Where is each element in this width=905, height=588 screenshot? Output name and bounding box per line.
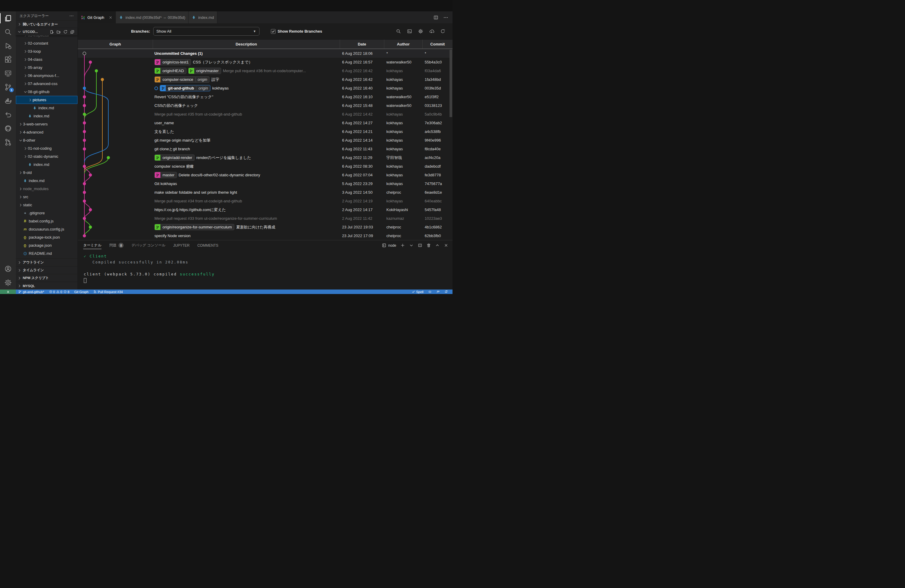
bell-icon[interactable] xyxy=(442,289,450,294)
editor-tab-1[interactable]: index.md (003fe35d^ ⇔ 003fe35d) xyxy=(116,11,189,23)
status-problems[interactable]: 0 0 8 xyxy=(47,289,72,294)
commit-row-f03a4da6[interactable]: origin/HEADorigin/masterMerge pull reque… xyxy=(78,67,452,75)
show-remote-branches-checkbox[interactable]: Show Remote Branches xyxy=(271,29,322,34)
tree-item-readme.md[interactable]: README.md xyxy=(16,250,78,257)
chevron-down-icon[interactable] xyxy=(409,243,414,248)
branch-badge-origin/HEAD[interactable]: origin/HEAD xyxy=(154,68,186,74)
close-icon[interactable] xyxy=(444,243,448,248)
copilot-icon[interactable] xyxy=(426,289,434,294)
sidebar-section-0[interactable]: アウトライン xyxy=(16,258,78,266)
commit-row-5a0c9b4b[interactable]: Merge pull request #35 from ut-code/git-… xyxy=(78,110,452,119)
sidebar-section-1[interactable]: タイムライン xyxy=(16,266,78,274)
trash-icon[interactable] xyxy=(427,243,431,248)
workspace-section-header[interactable]: UTCOD... xyxy=(16,28,78,35)
sidebar-section-3[interactable]: MYSQL xyxy=(16,282,78,289)
remote-indicator[interactable] xyxy=(0,289,16,294)
tree-item-02-static-dynamic[interactable]: 02-static-dynamic xyxy=(16,153,78,161)
column-header-author[interactable]: Author xyxy=(384,40,422,49)
plus-icon[interactable] xyxy=(400,243,405,248)
split-editor-icon[interactable] xyxy=(433,15,438,20)
panel-tab-4[interactable]: COMMENTS xyxy=(197,240,218,250)
undo-extension-icon[interactable] xyxy=(0,108,16,122)
status-branch[interactable]: git-and-github* xyxy=(16,289,47,294)
tree-item-babel.config.js[interactable]: Bbabel.config.js xyxy=(16,217,78,225)
search-icon[interactable] xyxy=(396,29,401,34)
branch-badge-origin/master[interactable]: origin/master xyxy=(188,68,221,74)
accounts-icon[interactable] xyxy=(0,262,16,276)
commit-row-62bb3fb0[interactable]: specify Node version23 Jul 2022 17:09che… xyxy=(78,231,452,240)
feedback-icon[interactable] xyxy=(434,289,442,294)
tree-item-nodemodules[interactable]: node_modules xyxy=(16,185,78,193)
column-header-commit[interactable]: Commit xyxy=(422,40,452,49)
new-folder-icon[interactable] xyxy=(56,30,61,34)
tree-item-08-git-github[interactable]: 08-git-github xyxy=(16,88,78,96)
commit-row-10223ae3[interactable]: Merge pull request #33 from ut-code/reor… xyxy=(78,214,452,223)
search-icon[interactable] xyxy=(0,25,16,39)
pull-request-icon[interactable] xyxy=(0,135,16,149)
commit-row-7475677a[interactable]: Git kokhayas5 Aug 2022 23:29kokhayas7475… xyxy=(78,180,452,188)
split-icon[interactable] xyxy=(418,243,422,248)
tree-item-03-loop[interactable]: 03-loop xyxy=(16,47,78,56)
collapse-all-icon[interactable] xyxy=(70,30,75,34)
ellipsis-icon[interactable] xyxy=(443,15,448,20)
commit-row-a4c538fb[interactable]: 文を直した6 Aug 2022 14:21kokhayasa4c538fb xyxy=(78,127,452,136)
extensions-icon[interactable] xyxy=(0,53,16,67)
tree-item-02-constant[interactable]: 02-constant xyxy=(16,39,78,47)
branch-badge-computer-science[interactable]: computer-scienceorigin xyxy=(154,76,210,83)
editor-tab-2[interactable]: index.md xyxy=(189,11,217,23)
close-icon[interactable] xyxy=(109,16,113,19)
status-pull-request[interactable]: Pull Request #34 xyxy=(91,289,125,294)
panel-tab-1[interactable]: 問題8 xyxy=(109,240,124,250)
commit-row-7e306ab2[interactable]: user_name6 Aug 2022 14:27kokhayas7e306ab… xyxy=(78,119,452,127)
commit-row-9f40e996[interactable]: git merge origin mainなどを加筆6 Aug 2022 14:… xyxy=(78,136,452,145)
run-debug-icon[interactable] xyxy=(0,39,16,53)
tree-item-.gitignore[interactable]: .gitignore xyxy=(16,209,78,217)
explorer-icon[interactable] xyxy=(0,11,16,25)
panel-tab-3[interactable]: JUPYTER xyxy=(173,240,190,250)
commit-row-55b4a3c0[interactable]: origin/css-test1CSS（フレックスボックスまで）6 Aug 20… xyxy=(78,58,452,67)
terminal-output[interactable]: ✓ ClientCompiled successfully in 202.08m… xyxy=(78,250,452,289)
tree-item-static[interactable]: static xyxy=(16,201,78,209)
panel-tab-0[interactable]: ターミナル xyxy=(83,240,102,250)
new-file-icon[interactable] xyxy=(49,30,54,34)
tree-item-06-anonymous-f...[interactable]: 06-anonymous-f... xyxy=(16,72,78,79)
tree-item-index.md[interactable]: index.md xyxy=(16,112,78,120)
tree-item-04-class[interactable]: 04-class xyxy=(16,56,78,64)
tree-item-05-array[interactable]: 05-array xyxy=(16,64,78,72)
tree-item-docusaurus.config.js[interactable]: JSdocusaurus.config.js xyxy=(16,225,78,233)
source-control-icon[interactable]: 1 xyxy=(0,80,16,94)
open-editors-section[interactable]: 開いているエディター xyxy=(16,21,78,28)
tree-item-package.json[interactable]: {}package.json xyxy=(16,241,78,250)
branch-badge-master[interactable]: master xyxy=(154,172,177,178)
tree-item-01-not-coding[interactable]: 01-not-coding xyxy=(16,144,78,153)
branches-dropdown[interactable]: Show All ▼ xyxy=(153,27,259,36)
commit-row-acf4c20a[interactable]: origin/add-renderrenderのページを編集しました6 Aug … xyxy=(78,153,452,162)
refresh-icon[interactable] xyxy=(440,29,445,34)
column-header-graph[interactable]: Graph xyxy=(78,40,153,49)
panel-tab-2[interactable]: デバッグ コンソール xyxy=(132,240,165,250)
docker-icon[interactable] xyxy=(0,94,16,108)
commit-row-5457fa48[interactable]: https://.co.jpをhttps://github.comに変えた2 A… xyxy=(78,205,452,214)
tree-item-8-other[interactable]: 8-other xyxy=(16,136,78,144)
tree-item-4-advanced[interactable]: 4-advanced xyxy=(16,128,78,136)
commit-row-6eae8d1e[interactable]: make sidebar foldable and set prism them… xyxy=(78,188,452,197)
branch-badge-origin/add-render[interactable]: origin/add-render xyxy=(154,154,195,161)
tree-item-index.md[interactable]: index.md xyxy=(16,176,78,185)
tree-item-index.md[interactable]: index.md xyxy=(16,104,78,112)
commit-row-640eabbc[interactable]: Merge pull request #34 from ut-code/git-… xyxy=(78,197,452,205)
tree-item-pictures[interactable]: pictures xyxy=(16,96,78,104)
branch-badge-origin/css-test1[interactable]: origin/css-test1 xyxy=(154,59,191,65)
terminal-icon[interactable] xyxy=(407,29,412,34)
commit-row-03138123[interactable]: CSSの節の画像チェック6 Aug 2022 15:48waterwalker5… xyxy=(78,101,452,110)
ellipsis-icon[interactable] xyxy=(69,13,74,18)
branch-badge-git-and-github[interactable]: git-and-githuborigin xyxy=(160,85,210,91)
column-header-description[interactable]: Description xyxy=(153,40,340,49)
chevron-up-icon[interactable] xyxy=(435,243,440,248)
commit-row-dadebcdf[interactable]: computer science 俯瞰6 Aug 2022 08:30kokha… xyxy=(78,162,452,171)
tree-item-3-web-servers[interactable]: 3-web-servers xyxy=(16,120,78,128)
status-spell[interactable]: Spell xyxy=(410,289,426,294)
commit-row-uncommitted[interactable]: Uncommitted Changes (1)6 Aug 2022 18:06*… xyxy=(78,49,452,58)
commit-row-1fa348bd[interactable]: computer-scienceorigin誤字6 Aug 2022 16:42… xyxy=(78,75,452,84)
terminal-selector[interactable]: node xyxy=(382,243,396,248)
commit-row-4b1c6862[interactable]: origin/reorganize-for-summer-curriculum夏… xyxy=(78,223,452,231)
